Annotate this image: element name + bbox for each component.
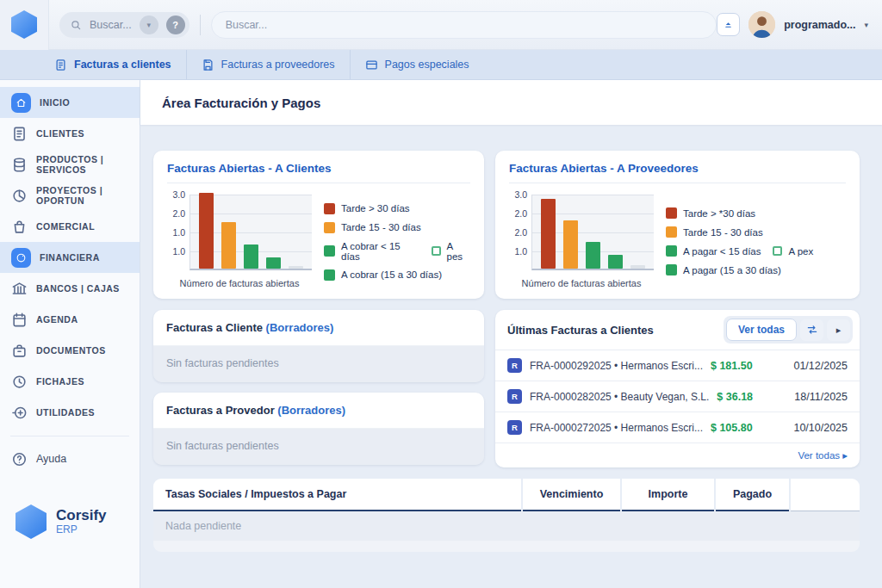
bar-a-pagar-15-a-30-d-as <box>608 255 623 269</box>
search-icon <box>70 19 82 31</box>
invoice-row-icon: R <box>507 389 522 404</box>
legend-swatch <box>666 207 677 219</box>
chart-plot-area <box>189 195 312 270</box>
bar-tarde-15-30-d-as <box>221 222 236 269</box>
bar-tarde-15-30-d-as <box>563 220 578 269</box>
page-title: Área Facturación y Pagos <box>162 96 320 110</box>
taxes-table-footer <box>153 541 860 552</box>
user-caret-icon: ▾ <box>864 21 868 29</box>
y-tick-label: 3.0 <box>172 189 185 200</box>
app-logo-tile[interactable] <box>0 0 49 50</box>
invoice-row[interactable]: RFRA-0000292025 • Hermanos Escri...$ 181… <box>495 350 860 381</box>
latest-invoices-header: Últimas Facturas a Clientes Ver todas ▸ <box>495 310 860 350</box>
app-window: Buscar... ▾ ? programado... ▾ Facturas a… <box>0 0 882 588</box>
commercial-icon <box>11 219 28 235</box>
taxes-table-header: Tasas Sociales / Impuestos a PagarVencim… <box>153 479 860 511</box>
invoice-row[interactable]: RFRA-0000272025 • Hermanos Escri...$ 105… <box>495 412 860 443</box>
tab-facturas-a-proveedores[interactable]: Facturas a proveedores <box>186 50 350 79</box>
chart-x-label: Número de facturas abiertas <box>167 278 312 288</box>
y-tick-label: 1.0 <box>514 246 527 257</box>
sidebar-item-label: DOCUMENTOS <box>36 345 106 356</box>
legend-label: Tarde > 30 días <box>341 203 410 214</box>
legend-swatch <box>324 245 335 257</box>
finance-icon-box <box>11 248 31 268</box>
sidebar-item-financiera[interactable]: FINANCIERA <box>0 242 140 273</box>
quick-search[interactable]: Buscar... ▾ ? <box>59 12 189 38</box>
sidebar-item-label: PROYECTOS | OPORTUN <box>36 185 140 206</box>
sidebar-divider <box>10 436 129 436</box>
ver-todas-button[interactable]: Ver todas <box>726 319 797 341</box>
sidebar-item-agenda[interactable]: AGENDA <box>0 304 140 335</box>
y-tick-label: 2.0 <box>514 208 527 219</box>
sidebar-item-label: COMERCIAL <box>36 221 95 232</box>
invoice-row-icon: R <box>507 358 522 373</box>
sidebar-item-documentos[interactable]: DOCUMENTOS <box>0 335 140 366</box>
legend-item: A cobrar < 15 días <box>324 241 419 262</box>
latest-invoices-list: RFRA-0000292025 • Hermanos Escri...$ 181… <box>495 350 860 443</box>
legend-label: A pex <box>788 246 813 257</box>
latest-invoices-card: Últimas Facturas a Clientes Ver todas ▸ … <box>495 310 860 467</box>
sidebar-item-ayuda[interactable]: Ayuda <box>0 444 140 473</box>
sidebar-item-inicio[interactable]: INICIO <box>0 87 140 118</box>
invoice-row-icon: R <box>507 420 522 435</box>
invoice-amount: $ 36.18 <box>717 391 753 403</box>
expand-button[interactable]: ▸ <box>827 319 850 341</box>
tab-label: Facturas a proveedores <box>221 59 335 71</box>
draft-empty-text: Sin facturas pendientes <box>153 429 484 465</box>
invoice-id: FRA-0000272025 • Hermanos Escri... <box>530 422 703 434</box>
swap-button[interactable] <box>800 319 823 341</box>
calendar-icon <box>11 312 28 328</box>
chart-x-label: Número de facturas abiertas <box>509 278 654 288</box>
logo-title: Corsify <box>56 508 107 524</box>
legend-item: A pagar (15 a 30 días) <box>666 264 781 275</box>
finance-icon <box>16 252 27 263</box>
invoice-icon <box>54 59 67 71</box>
legend-item: A pagar < 15 días <box>666 245 761 257</box>
sidebar-item-clientes[interactable]: CLIENTES <box>0 118 140 149</box>
products-icon <box>11 157 28 173</box>
invoice-amount: $ 105.80 <box>711 422 753 434</box>
ver-todas-footer-link[interactable]: Ver todas ▸ <box>495 443 860 467</box>
sidebar-item-label: FINANCIERA <box>40 252 100 263</box>
sidebar-item-proyectos-oportun[interactable]: PROYECTOS | OPORTUN <box>0 180 140 211</box>
tab-pagos-especiales[interactable]: Pagos especiales <box>350 50 484 79</box>
legend-item: Tarde 15 - 30 días <box>666 226 763 238</box>
global-search-input[interactable] <box>224 18 705 32</box>
person-icon <box>748 11 775 38</box>
legend-swatch <box>432 246 441 256</box>
legend-label: A pes <box>447 241 470 262</box>
tab-label: Facturas a clientes <box>74 59 171 71</box>
chart-plot-area <box>531 195 654 270</box>
main-content: Facturas Abiertas - A Clientes3.02.01.01… <box>140 125 882 588</box>
latest-invoices-actions: Ver todas ▸ <box>724 316 853 344</box>
arrow-right-icon: ▸ <box>836 325 842 336</box>
chevron-down-icon[interactable]: ▾ <box>140 15 158 34</box>
invoice-id: FRA-0000292025 • Hermanos Escri... <box>530 360 703 372</box>
chart-card-facturas-abiertas-a-clientes: Facturas Abiertas - A Clientes3.02.01.01… <box>153 151 484 299</box>
tab-facturas-a-clientes[interactable]: Facturas a clientes <box>40 50 186 79</box>
sidebar-item-label: FICHAJES <box>36 376 84 387</box>
page-header: Área Facturación y Pagos <box>140 80 882 125</box>
legend-item: A pex <box>773 246 813 257</box>
sidebar-item-productos-servicos[interactable]: PRODUCTOS | SERVICOS <box>0 149 140 180</box>
invoice-row[interactable]: RFRA-0000282025 • Beauty Vegan, S.L.$ 36… <box>495 381 860 412</box>
help-icon[interactable]: ? <box>166 15 185 34</box>
sidebar-item-bancos-cajas[interactable]: BANCOS | CAJAS <box>0 273 140 304</box>
draft-card-badge: (Borradores) <box>266 321 334 334</box>
eject-button[interactable] <box>717 13 740 36</box>
swap-icon <box>806 324 818 336</box>
latest-invoices-title: Últimas Facturas a Clientes <box>507 324 724 337</box>
user-avatar[interactable] <box>748 11 775 38</box>
legend-label: Tarde 15 - 30 días <box>683 227 763 238</box>
y-tick-label: 1.0 <box>172 246 185 257</box>
user-menu-label[interactable]: programado... <box>784 19 855 31</box>
utilities-icon <box>11 405 28 421</box>
sidebar-item-utilidades[interactable]: UTILIDADES <box>0 397 140 428</box>
legend-swatch <box>666 245 677 257</box>
sidebar-item-comercial[interactable]: COMERCIAL <box>0 211 140 242</box>
sidebar-item-fichajes[interactable]: FICHAJES <box>0 366 140 397</box>
bank-icon <box>11 281 28 297</box>
taxes-header-importe: Importe <box>622 479 714 511</box>
chart-legend: Tarde > *30 díasTarde 15 - 30 díasA paga… <box>666 195 813 288</box>
sidebar-item-label: UTILIDADES <box>36 407 95 418</box>
